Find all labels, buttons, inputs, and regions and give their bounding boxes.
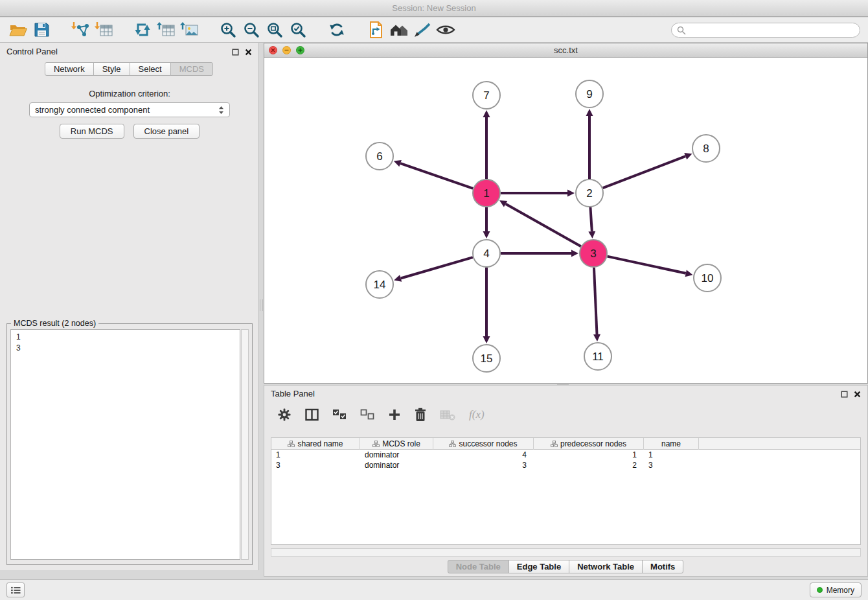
open-session-button[interactable] [6, 19, 30, 40]
float-panel-icon[interactable] [231, 48, 239, 56]
tab-style[interactable]: Style [93, 62, 130, 76]
graph-edge-arrowhead [483, 231, 490, 238]
graph-node-label: 14 [374, 279, 386, 291]
maximize-window-icon[interactable] [296, 46, 304, 54]
graph-node-label: 8 [703, 143, 709, 155]
table-cell[interactable]: 3 [271, 460, 360, 470]
table-cell[interactable]: 3 [644, 460, 699, 470]
result-scrollbar[interactable] [241, 329, 249, 560]
zoom-selected-button[interactable] [286, 19, 310, 40]
status-bar: Memory [0, 579, 868, 600]
column-header-mcds-role[interactable]: MCDS role [360, 438, 433, 450]
import-table-button[interactable] [92, 19, 115, 40]
zoom-in-button[interactable] [216, 19, 240, 40]
minimize-window-icon[interactable] [282, 46, 291, 54]
delete-column-button[interactable] [415, 408, 426, 422]
network-graph: 7968124314101511 [264, 58, 867, 383]
table-toolbar: f(x) [264, 402, 867, 427]
tab-edge-table[interactable]: Edge Table [508, 560, 569, 573]
save-session-button[interactable] [30, 19, 53, 40]
table-cell[interactable]: dominator [360, 460, 433, 470]
memory-button[interactable]: Memory [810, 583, 862, 597]
table-horizontal-scrollbar[interactable] [271, 548, 861, 557]
tab-node-table[interactable]: Node Table [448, 560, 509, 573]
graph-node-label: 6 [376, 150, 382, 163]
run-mcds-button[interactable]: Run MCDS [60, 124, 124, 139]
paint-style-button[interactable] [411, 19, 434, 40]
close-panel-icon[interactable] [244, 48, 252, 56]
graph-edge-3-10[interactable] [608, 257, 686, 273]
add-column-button[interactable] [388, 408, 401, 421]
graph-edge-3-11[interactable] [594, 268, 597, 334]
graph-node-label: 11 [592, 351, 604, 363]
column-label: shared name [297, 439, 343, 448]
graph-edge-2-3[interactable] [590, 207, 591, 231]
zoom-in-icon [220, 21, 236, 38]
export-network-button[interactable] [131, 19, 154, 40]
window-title: Session: New Session [0, 0, 868, 17]
show-columns-button[interactable] [305, 408, 319, 421]
search-field[interactable] [671, 23, 860, 38]
column-label: successor nodes [459, 439, 517, 448]
tab-network-table[interactable]: Network Table [569, 560, 643, 573]
deselect-all-columns-button[interactable] [360, 409, 374, 421]
graph-edge-arrowhead [586, 109, 593, 116]
tab-mcds[interactable]: MCDS [170, 62, 213, 76]
graph-node-label: 2 [586, 187, 592, 200]
column-header-shared-name[interactable]: shared name [271, 438, 360, 450]
graph-edge-4-14[interactable] [401, 257, 473, 278]
export-image-icon [179, 21, 199, 38]
paintbrush-icon [413, 21, 431, 38]
table-row[interactable]: 1 dominator 4 1 1 [271, 450, 860, 460]
import-table-icon [94, 21, 113, 38]
table-panel: Table Panel [264, 385, 868, 577]
tab-motifs[interactable]: Motifs [642, 560, 683, 573]
table-cell[interactable]: 3 [433, 460, 534, 470]
table-cell[interactable]: 2 [534, 460, 644, 470]
float-table-panel-icon[interactable] [840, 390, 848, 398]
table-cell[interactable]: 1 [271, 450, 360, 460]
search-input[interactable] [689, 26, 860, 35]
first-neighbors-button[interactable] [387, 19, 411, 40]
graph-edge-2-8[interactable] [603, 156, 686, 188]
graph-edge-1-6[interactable] [400, 163, 473, 189]
table-row[interactable]: 3 dominator 3 2 3 [271, 460, 860, 470]
vertical-splitter-handle[interactable] [260, 299, 263, 311]
import-network-button[interactable] [69, 19, 92, 40]
save-icon [34, 22, 50, 38]
close-table-panel-icon[interactable] [853, 390, 861, 398]
close-panel-button[interactable]: Close panel [133, 124, 200, 139]
task-history-button[interactable] [6, 583, 25, 597]
network-view-window: scc.txt 7968124314101511 [264, 43, 868, 384]
table-cell[interactable]: 4 [433, 450, 534, 460]
column-header-predecessor-nodes[interactable]: predecessor nodes [534, 438, 644, 450]
graph-edge-3-1[interactable] [506, 204, 581, 247]
mcds-result-line: 1 [16, 332, 234, 343]
table-cell[interactable]: 1 [534, 450, 644, 460]
new-network-from-selection-button[interactable] [364, 19, 387, 40]
table-cell[interactable]: 1 [644, 450, 699, 460]
node-table: shared name MCDS role successor nodes pr… [271, 437, 861, 545]
column-header-successor-nodes[interactable]: successor nodes [433, 438, 534, 450]
apply-layout-button[interactable] [325, 19, 348, 40]
tab-select[interactable]: Select [130, 62, 171, 76]
tab-network[interactable]: Network [45, 62, 94, 76]
export-table-button[interactable] [154, 19, 177, 40]
column-header-name[interactable]: name [644, 438, 699, 450]
graphics-details-button[interactable] [434, 19, 457, 40]
table-cell[interactable]: dominator [360, 450, 433, 460]
criterion-dropdown[interactable]: strongly connected component [29, 102, 230, 117]
column-label: MCDS role [382, 439, 420, 448]
control-panel: Control Panel Network Style Select MCDS … [0, 43, 259, 570]
memory-label: Memory [827, 586, 854, 595]
table-settings-button[interactable] [277, 408, 291, 422]
export-image-button[interactable] [177, 19, 201, 40]
zoom-out-button[interactable] [240, 19, 263, 40]
zoom-fit-button[interactable] [263, 19, 286, 40]
mcds-result-list[interactable]: 1 3 [10, 329, 240, 560]
close-window-icon[interactable] [269, 46, 277, 54]
delete-table-button[interactable] [440, 409, 455, 421]
select-all-columns-button[interactable] [332, 409, 347, 421]
function-builder-button[interactable]: f(x) [469, 408, 485, 421]
network-canvas[interactable]: 7968124314101511 [264, 58, 867, 383]
